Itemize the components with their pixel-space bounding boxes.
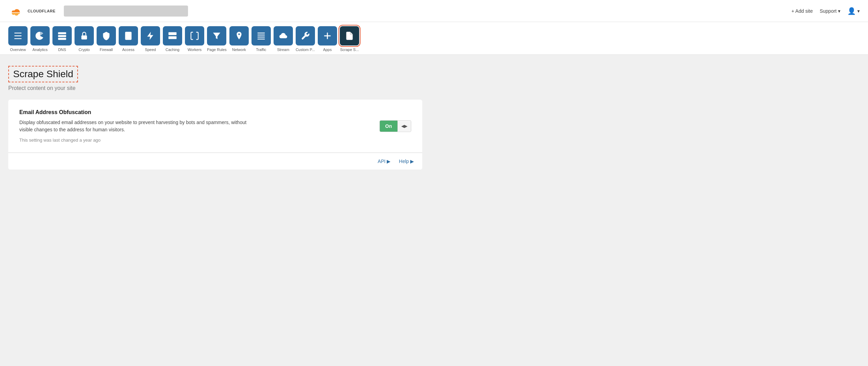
nav-icon-box-overview [8,26,28,45]
nav-item-workers[interactable]: Workers [185,26,204,54]
svg-rect-17 [257,33,265,33]
page-title: Scrape Shield [13,69,73,80]
nav-label-customp: Custom P... [296,48,315,52]
nav-item-overview[interactable]: Overview [8,26,28,54]
api-link[interactable]: API ▶ [378,159,391,164]
toggle-on-button-email-obfuscation[interactable]: On [380,121,397,132]
add-site-button[interactable]: + Add site [791,8,813,14]
feature-title-email-obfuscation: Email Address Obfuscation [19,109,366,115]
nav-icons-row: OverviewAnalyticsDNSCryptoFirewallAccess… [8,26,860,54]
nav-icon-box-customp [296,26,315,45]
nav-label-network: Network [232,48,246,52]
feature-meta-email-obfuscation: This setting was last changed a year ago [19,138,366,143]
nav-icon-box-speed [141,26,160,45]
navigation-bar: OverviewAnalyticsDNSCryptoFirewallAccess… [0,22,868,55]
chevron-down-icon: ▾ [857,8,860,14]
nav-label-crypto: Crypto [79,48,90,52]
nav-label-access: Access [122,48,134,52]
toggle-email-obfuscation[interactable]: On ◀▶ [379,120,411,132]
nav-icon-box-network [229,26,249,45]
svg-rect-5 [58,38,66,40]
header: CLOUDFLARE + Add site Support ▾ 👤 ▾ [0,0,868,22]
nav-item-stream[interactable]: Stream [274,26,293,54]
nav-label-scrape: Scrape S... [340,48,359,52]
nav-label-firewall: Firewall [100,48,113,52]
features-card: Email Address Obfuscation Display obfusc… [8,100,422,170]
page-title-highlight: Scrape Shield [8,66,78,82]
nav-icon-box-firewall [97,26,116,45]
nav-label-analytics: Analytics [32,48,48,52]
svg-rect-0 [14,33,22,33]
nav-label-workers: Workers [188,48,202,52]
nav-icon-box-access [119,26,138,45]
nav-item-pagerules[interactable]: Page Rules [207,26,227,54]
svg-rect-1 [14,35,22,36]
svg-point-15 [175,33,176,34]
feature-description-email-obfuscation: Display obfuscated email addresses on yo… [19,119,261,133]
nav-icon-box-workers [185,26,204,45]
nav-icon-box-traffic [251,26,271,45]
nav-icon-box-apps [318,26,337,45]
nav-label-pagerules: Page Rules [207,48,227,52]
nav-item-network[interactable]: Network [229,26,249,54]
feature-row-email-obfuscation: Email Address Obfuscation Display obfusc… [8,100,422,153]
help-link[interactable]: Help ▶ [399,159,414,164]
nav-item-scrape[interactable]: Scrape S... [340,26,359,54]
nav-label-dns: DNS [58,48,66,52]
nav-icon-box-crypto [75,26,94,45]
nav-item-crypto[interactable]: Crypto [75,26,94,54]
toggle-code-button-email-obfuscation[interactable]: ◀▶ [397,121,411,131]
support-button[interactable]: Support ▾ [820,8,840,14]
nav-item-apps[interactable]: Apps [318,26,337,54]
nav-icon-box-dns [52,26,72,45]
nav-label-apps: Apps [323,48,332,52]
chevron-down-icon: ▾ [838,8,840,14]
nav-item-traffic[interactable]: Traffic [251,26,271,54]
user-account-button[interactable]: 👤 ▾ [847,7,860,15]
nav-icon-box-caching [163,26,182,45]
cloudflare-logo-text: CLOUDFLARE [28,9,56,13]
svg-rect-9 [125,32,132,40]
nav-item-dns[interactable]: DNS [52,26,72,54]
nav-item-access[interactable]: Access [119,26,138,54]
nav-icon-box-scrape [340,26,359,45]
page-subtitle: Protect content on your site [8,85,860,91]
nav-item-analytics[interactable]: Analytics [30,26,50,54]
svg-point-7 [65,35,66,37]
nav-item-customp[interactable]: Custom P... [296,26,315,54]
card-footer: API ▶ Help ▶ [8,153,422,170]
logo: CLOUDFLARE [8,6,56,17]
nav-item-caching[interactable]: Caching [163,26,182,54]
svg-point-6 [65,33,66,34]
nav-icon-box-stream [274,26,293,45]
nav-label-caching: Caching [166,48,179,52]
svg-rect-18 [257,35,265,35]
domain-selector[interactable] [64,6,188,17]
nav-label-overview: Overview [10,48,26,52]
feature-content-email-obfuscation: Email Address Obfuscation Display obfusc… [19,109,366,143]
svg-rect-2 [14,38,22,39]
cloudflare-logo-icon [8,6,25,17]
nav-label-speed: Speed [145,48,156,52]
nav-item-speed[interactable]: Speed [141,26,160,54]
svg-rect-8 [81,35,87,40]
svg-rect-20 [257,39,265,39]
svg-rect-19 [257,37,265,37]
svg-point-16 [175,37,176,38]
user-icon: 👤 [847,7,856,15]
nav-item-firewall[interactable]: Firewall [97,26,116,54]
header-actions: + Add site Support ▾ 👤 ▾ [791,7,860,15]
nav-icon-box-pagerules [207,26,226,45]
main-content: Scrape Shield Protect content on your si… [0,55,868,366]
feature-action-email-obfuscation: On ◀▶ [379,120,411,132]
nav-label-stream: Stream [277,48,289,52]
nav-label-traffic: Traffic [256,48,266,52]
nav-icon-box-analytics [30,26,50,45]
